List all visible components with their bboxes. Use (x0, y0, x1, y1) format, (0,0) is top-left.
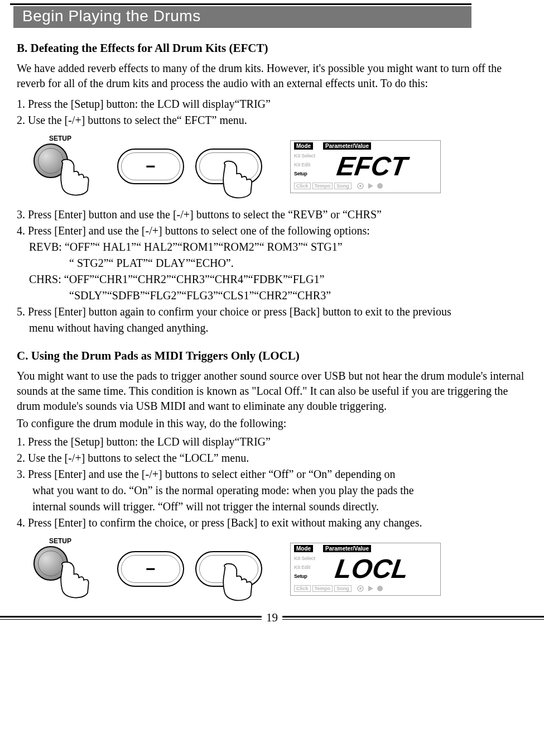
c-step-1: 1. Press the [Setup] button: the LCD wil… (17, 434, 527, 449)
section-c-heading: C. Using the Drum Pads as MIDI Triggers … (17, 349, 527, 363)
mode-kit-edit: Kit Edit (294, 564, 329, 570)
c-step-3c: internal sounds will trigger. “Off” will… (17, 499, 527, 514)
lcd-transport-icons (357, 585, 383, 592)
lcd-text-efct: EFCT (335, 151, 411, 180)
svg-marker-6 (368, 586, 373, 591)
page-footer: 19 (0, 611, 544, 625)
lcd-param-label: Parameter/Value (323, 142, 371, 150)
b-step-1: 1. Press the [Setup] button: the LCD wil… (17, 97, 527, 112)
figure-row-efct: SETUP − + Mode Parameter/Value (28, 136, 527, 197)
mode-kit-edit: Kit Edit (294, 162, 329, 168)
c-step-3a: 3. Press [Enter] and use the [-/+] butto… (17, 467, 527, 482)
lcd-segment-display: LOCL (331, 553, 437, 582)
section-b-heading: B. Defeating the Effects for All Drum Ki… (17, 41, 527, 55)
svg-marker-2 (368, 183, 373, 189)
setup-button-label: SETUP (49, 537, 71, 545)
section-c-intro2: To configure the drum module in this way… (17, 416, 527, 431)
minus-icon: − (146, 559, 156, 578)
page-number: 19 (262, 611, 282, 625)
b-revb-line1: REVB: “OFF”“ HAL1”“ HAL2”“ROM1”“ROM2”“ R… (17, 240, 527, 255)
mode-setup: Setup (294, 171, 329, 176)
lcd-mode-list: Kit Select Kit Edit Setup (294, 151, 329, 180)
lcd-click-label: Click (294, 585, 311, 592)
round-button-icon (33, 546, 68, 581)
minus-button-illustration: − (117, 551, 184, 587)
b-chrs-line1: CHRS: “OFF”“CHR1”“CHR2”“CHR3”“CHR4”“FDBK… (17, 272, 527, 287)
b-revb-line2: “ STG2”“ PLAT”“ DLAY”“ECHO”. (17, 256, 527, 271)
svg-point-5 (359, 587, 362, 590)
plus-button-illustration: + (195, 551, 262, 587)
page-title: Begin Playing the Drums (13, 6, 471, 28)
b-step-5b: menu without having changed anything. (17, 320, 527, 336)
setup-button-illustration: SETUP (28, 136, 106, 197)
lcd-song-label: Song (334, 183, 352, 189)
b-step-3: 3. Press [Enter] button and use the [-/+… (17, 207, 527, 222)
b-step-2: 2. Use the [-/+] buttons to select the“ … (17, 113, 527, 128)
lcd-mode-label: Mode (294, 545, 313, 552)
section-c-intro: You might want to use the pads to trigge… (17, 369, 527, 414)
lcd-mode-label: Mode (294, 142, 313, 150)
b-step-4: 4. Press [Enter] and use the [-/+] butto… (17, 223, 527, 238)
lcd-tempo-label: Tempo (312, 183, 333, 189)
lcd-song-label: Song (334, 585, 352, 592)
lcd-param-label: Parameter/Value (323, 545, 371, 552)
lcd-tempo-label: Tempo (312, 585, 333, 592)
plus-button-illustration: + (195, 149, 262, 184)
round-button-icon (33, 143, 68, 178)
c-step-2: 2. Use the [-/+] buttons to select the “… (17, 451, 527, 466)
figure-row-locl: SETUP − + Mode Parameter/Value (28, 538, 527, 600)
c-step-4: 4. Press [Enter] to confirm the choice, … (17, 515, 527, 530)
mode-kit-select: Kit Select (294, 153, 329, 159)
minus-icon: − (146, 157, 156, 176)
svg-point-7 (377, 586, 383, 591)
lcd-segment-display: EFCT (331, 151, 437, 180)
plus-icon: + (224, 157, 234, 176)
section-b-intro: We have added reverb effects to many of … (17, 61, 527, 91)
b-step-5a: 5. Press [Enter] button again to confirm… (17, 304, 527, 319)
minus-button-illustration: − (117, 149, 184, 184)
lcd-click-label: Click (294, 183, 311, 189)
lcd-transport-icons (357, 182, 383, 190)
mode-kit-select: Kit Select (294, 556, 329, 561)
svg-point-3 (377, 183, 383, 189)
plus-icon: + (224, 559, 234, 578)
c-step-3b: what you want to do. “On” is the normal … (17, 483, 527, 498)
mode-setup: Setup (294, 573, 329, 579)
svg-point-1 (359, 185, 362, 187)
lcd-panel-locl: Mode Parameter/Value Kit Select Kit Edit… (290, 543, 441, 596)
lcd-mode-list: Kit Select Kit Edit Setup (294, 553, 329, 582)
lcd-panel-efct: Mode Parameter/Value Kit Select Kit Edit… (290, 140, 441, 193)
b-chrs-line2: “SDLY”“SDFB”“FLG2”“FLG3”“CLS1”“CHR2”“CHR… (17, 288, 527, 303)
setup-button-label: SETUP (49, 135, 71, 142)
lcd-text-locl: LOCL (333, 553, 410, 582)
setup-button-illustration: SETUP (28, 538, 106, 600)
